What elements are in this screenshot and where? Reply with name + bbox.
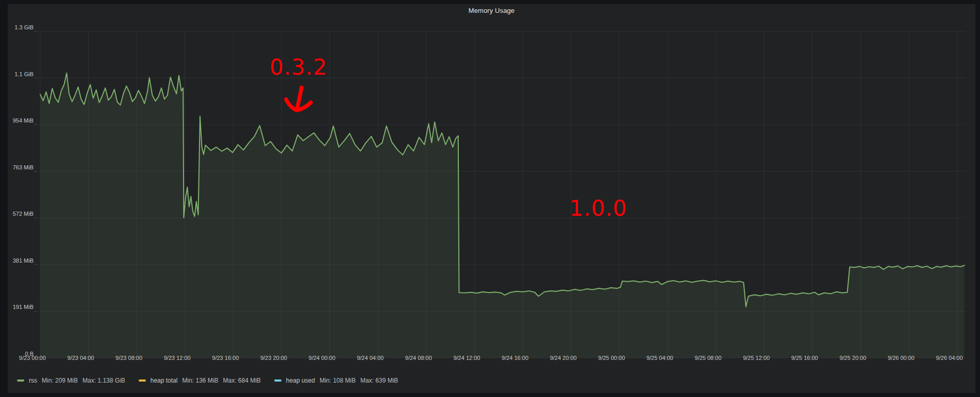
- rss-series-line: [40, 73, 965, 358]
- x-axis-label: 9/26 04:00: [924, 354, 975, 361]
- legend-item-heap-used: heap usedMin: 108 MiBMax: 639 MiB: [274, 377, 398, 384]
- legend-min-stat: Min: 209 MiB: [42, 377, 78, 384]
- x-axis-label: 9/24 20:00: [538, 354, 589, 361]
- legend-swatch-icon: [139, 379, 146, 382]
- x-axis-label: 9/24 12:00: [441, 354, 492, 361]
- legend: rssMin: 209 MiBMax: 1.138 GiBheap totalM…: [17, 376, 398, 385]
- release-annotation-1-0-0: 1.0.0: [570, 195, 627, 220]
- x-axis-label: 9/25 00:00: [586, 354, 637, 361]
- release-annotation-0-3-2: 0.3.2: [270, 54, 327, 79]
- memory-usage-panel: Memory Usage 0 B191 MiB381 MiB572 MiB763…: [8, 4, 975, 393]
- x-axis-label: 9/23 12:00: [152, 354, 203, 361]
- legend-min-stat: Min: 108 MiB: [320, 377, 356, 384]
- memory-usage-chart[interactable]: [8, 4, 980, 397]
- legend-item-rss: rssMin: 209 MiBMax: 1.138 GiB: [17, 377, 125, 384]
- x-axis-label: 9/26 00:00: [875, 354, 927, 361]
- x-axis-label: 9/24 16:00: [489, 354, 541, 361]
- y-axis-label: 763 MiB: [0, 164, 34, 171]
- y-axis-label: 954 MiB: [0, 117, 34, 124]
- legend-min-stat: Min: 136 MiB: [182, 377, 218, 384]
- x-axis-label: 9/23 08:00: [103, 354, 155, 361]
- legend-series-name[interactable]: rss: [29, 377, 37, 384]
- x-axis-label: 9/23 16:00: [200, 354, 251, 361]
- x-axis-label: 9/24 08:00: [393, 354, 444, 361]
- legend-item-heap-total: heap totalMin: 136 MiBMax: 684 MiB: [139, 377, 261, 384]
- x-axis-label: 9/25 12:00: [730, 354, 782, 361]
- legend-swatch-icon: [17, 379, 24, 382]
- x-axis-label: 9/25 20:00: [827, 354, 878, 361]
- legend-series-name[interactable]: heap total: [151, 377, 178, 384]
- x-axis-label: 9/25 04:00: [634, 354, 686, 361]
- x-axis-label: 9/25 16:00: [779, 354, 830, 361]
- annotation-arrow-0-3-2: [286, 88, 311, 110]
- legend-max-stat: Max: 684 MiB: [223, 377, 261, 384]
- legend-max-stat: Max: 1.138 GiB: [82, 377, 125, 384]
- y-axis-label: 1.1 GiB: [0, 71, 34, 78]
- x-axis-label: 9/23 04:00: [55, 354, 106, 361]
- y-axis-label: 381 MiB: [0, 257, 34, 264]
- y-axis-label: 572 MiB: [0, 210, 34, 217]
- y-axis-label: 191 MiB: [0, 303, 34, 310]
- x-axis-label: 9/25 08:00: [683, 354, 734, 361]
- screenshot-root: Memory Usage 0 B191 MiB381 MiB572 MiB763…: [0, 0, 980, 397]
- x-axis-label: 9/24 04:00: [344, 354, 396, 361]
- x-axis-label: 9/23 00:00: [7, 354, 58, 361]
- y-axis-label: 1.3 GiB: [0, 24, 34, 31]
- legend-swatch-icon: [274, 379, 281, 382]
- x-axis-label: 9/23 20:00: [248, 354, 300, 361]
- legend-max-stat: Max: 639 MiB: [360, 377, 398, 384]
- legend-series-name[interactable]: heap used: [286, 377, 315, 384]
- x-axis-label: 9/24 00:00: [296, 354, 348, 361]
